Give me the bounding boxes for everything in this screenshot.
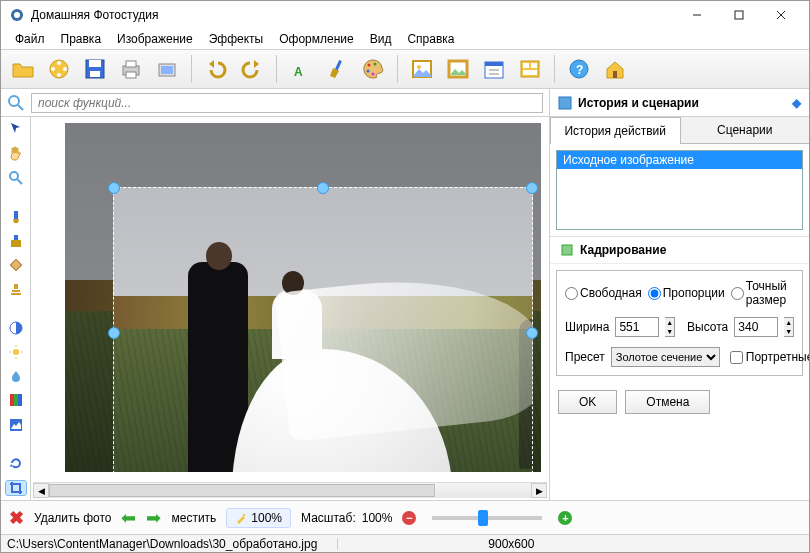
menu-effects[interactable]: Эффекты <box>201 30 272 48</box>
calendar-icon[interactable] <box>478 53 510 85</box>
collage-icon[interactable] <box>514 53 546 85</box>
svg-point-39 <box>9 96 19 106</box>
help-icon[interactable]: ? <box>563 53 595 85</box>
svg-rect-56 <box>18 394 22 406</box>
blur-tool-icon[interactable] <box>5 369 27 383</box>
crop-handle-w[interactable] <box>108 327 120 339</box>
crop-panel-title: Кадрирование <box>580 243 666 257</box>
zoom-in-button[interactable]: + <box>558 511 572 525</box>
tab-history[interactable]: История действий <box>550 117 681 144</box>
next-arrow-icon[interactable]: ➡ <box>146 507 161 529</box>
svg-point-8 <box>63 67 67 71</box>
scroll-right-button[interactable]: ▶ <box>531 483 547 498</box>
home-icon[interactable] <box>599 53 631 85</box>
prev-arrow-icon[interactable]: ⬅ <box>121 507 136 529</box>
zoom-tool-icon[interactable] <box>5 171 27 185</box>
print-icon[interactable] <box>115 53 147 85</box>
width-spinner[interactable]: ▲▼ <box>665 317 675 337</box>
pin-icon[interactable]: ◆ <box>792 96 801 110</box>
film-reel-icon[interactable] <box>43 53 75 85</box>
preset-label: Пресет <box>565 350 605 364</box>
svg-rect-35 <box>523 70 537 75</box>
picture-icon[interactable] <box>406 53 438 85</box>
menu-view[interactable]: Вид <box>362 30 400 48</box>
svg-point-26 <box>417 65 421 69</box>
svg-rect-47 <box>10 259 21 270</box>
cancel-button[interactable]: Отмена <box>625 390 710 414</box>
scan-icon[interactable] <box>151 53 183 85</box>
delete-icon[interactable]: ✖ <box>9 507 24 529</box>
preset-select[interactable]: Золотое сечение <box>611 347 720 367</box>
scale-value: 100% <box>362 511 393 525</box>
mode-exact-radio[interactable]: Точный размер <box>731 279 794 307</box>
paint-tool-icon[interactable] <box>5 209 27 223</box>
zoom-slider[interactable] <box>432 516 542 520</box>
svg-rect-13 <box>90 71 100 77</box>
menubar: Файл Правка Изображение Эффекты Оформлен… <box>1 29 809 49</box>
minimize-button[interactable] <box>677 4 717 26</box>
save-icon[interactable] <box>79 53 111 85</box>
height-spinner[interactable]: ▲▼ <box>784 317 794 337</box>
open-folder-icon[interactable] <box>7 53 39 85</box>
width-label: Ширина <box>565 320 609 334</box>
brush-icon[interactable] <box>321 53 353 85</box>
svg-point-22 <box>374 63 377 66</box>
undo-icon[interactable] <box>200 53 232 85</box>
arrow-tool-icon[interactable] <box>5 121 27 135</box>
canvas-area: ◀ ▶ <box>31 117 549 500</box>
horizontal-scrollbar[interactable]: ◀ ▶ <box>33 482 547 498</box>
stamp-tool-icon[interactable] <box>5 282 27 296</box>
mode-prop-radio[interactable]: Пропорции <box>648 286 725 300</box>
zoom-thumb[interactable] <box>478 510 488 526</box>
levels-tool-icon[interactable] <box>5 418 27 432</box>
tab-scenarios[interactable]: Сценарии <box>681 117 810 144</box>
image-preview[interactable] <box>65 123 541 472</box>
menu-file[interactable]: Файл <box>7 30 53 48</box>
scroll-left-button[interactable]: ◀ <box>33 483 49 498</box>
scroll-thumb[interactable] <box>49 484 435 497</box>
svg-rect-34 <box>531 63 537 68</box>
menu-design[interactable]: Оформление <box>271 30 361 48</box>
healing-tool-icon[interactable] <box>5 258 27 272</box>
svg-rect-33 <box>523 63 529 68</box>
history-item[interactable]: Исходное изображение <box>557 151 802 169</box>
zoom-fit-chip[interactable]: 100% <box>226 508 291 528</box>
crop-handle-e[interactable] <box>526 327 538 339</box>
mode-free-radio[interactable]: Свободная <box>565 286 642 300</box>
redo-icon[interactable] <box>236 53 268 85</box>
crop-handle-ne[interactable] <box>526 182 538 194</box>
palette-icon[interactable] <box>357 53 389 85</box>
contrast-tool-icon[interactable] <box>5 320 27 334</box>
hand-tool-icon[interactable] <box>5 145 27 161</box>
ok-button[interactable]: OK <box>558 390 617 414</box>
search-input[interactable] <box>31 93 543 113</box>
rgb-tool-icon[interactable] <box>5 393 27 407</box>
svg-rect-58 <box>562 245 572 255</box>
menu-help[interactable]: Справка <box>399 30 462 48</box>
svg-rect-45 <box>11 240 21 247</box>
text-icon[interactable]: A <box>285 53 317 85</box>
crop-handle-nw[interactable] <box>108 182 120 194</box>
crop-handle-n[interactable] <box>317 182 329 194</box>
portrait-checkbox[interactable]: Портретные <box>730 350 810 364</box>
history-list[interactable]: Исходное изображение <box>556 150 803 230</box>
wand-icon <box>235 512 247 524</box>
zoom-out-button[interactable]: − <box>402 511 416 525</box>
close-button[interactable] <box>761 4 801 26</box>
right-panel: История действий Сценарии Исходное изобр… <box>549 117 809 500</box>
svg-point-42 <box>10 172 18 180</box>
height-label: Высота <box>687 320 728 334</box>
width-input[interactable] <box>615 317 659 337</box>
menu-edit[interactable]: Правка <box>53 30 110 48</box>
maximize-button[interactable] <box>719 4 759 26</box>
crop-border[interactable] <box>113 187 533 472</box>
rotate-tool-icon[interactable] <box>5 456 27 470</box>
svg-rect-41 <box>559 97 571 109</box>
clone-tool-icon[interactable] <box>5 234 27 248</box>
brightness-tool-icon[interactable] <box>5 345 27 359</box>
crop-tool-icon[interactable] <box>5 480 27 496</box>
height-input[interactable] <box>734 317 778 337</box>
menu-image[interactable]: Изображение <box>109 30 201 48</box>
history-panel-icon <box>558 96 572 110</box>
frame-icon[interactable] <box>442 53 474 85</box>
